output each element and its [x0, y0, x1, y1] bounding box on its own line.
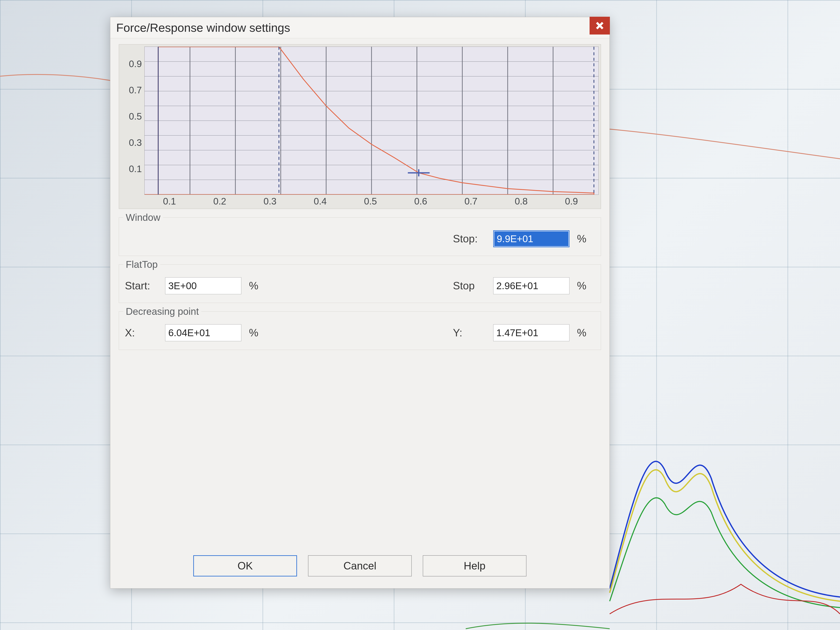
decreasing-group: Decreasing point X: % Y: %	[119, 311, 601, 350]
flattop-start-unit: %	[249, 279, 258, 292]
flattop-stop-label: Stop	[453, 279, 487, 292]
x-tick: 0.6	[396, 196, 446, 207]
decreasing-x-label: X:	[125, 327, 159, 339]
x-tick: 0.1	[144, 196, 194, 207]
window-group-label: Window	[123, 212, 163, 223]
decreasing-x-input[interactable]	[165, 324, 242, 341]
x-tick: 0.7	[446, 196, 496, 207]
window-stop-input[interactable]	[493, 231, 570, 247]
chart-y-axis: 0.9 0.7 0.5 0.3 0.1	[121, 47, 144, 195]
window-stop-unit: %	[577, 233, 586, 245]
chart-x-axis: 0.1 0.2 0.3 0.4 0.5 0.6 0.7 0.8 0.9	[121, 196, 598, 207]
decreasing-y-input[interactable]	[493, 324, 570, 341]
dialog-button-row: OK Cancel Help	[110, 555, 609, 576]
x-tick: 0.8	[496, 196, 546, 207]
decreasing-y-unit: %	[577, 327, 586, 339]
y-tick: 0.9	[121, 58, 142, 69]
chart-plot-area[interactable]	[144, 47, 598, 195]
titlebar[interactable]: Force/Response window settings	[110, 17, 609, 38]
window-stop-label: Stop:	[453, 233, 487, 245]
force-response-settings-dialog: Force/Response window settings 0.9 0.7 0…	[110, 17, 609, 589]
flattop-group-label: FlatTop	[123, 259, 160, 270]
decreasing-y-label: Y:	[453, 327, 487, 339]
y-tick: 0.7	[121, 85, 142, 95]
cancel-button[interactable]: Cancel	[308, 555, 412, 576]
close-icon	[595, 21, 604, 30]
flattop-start-label: Start:	[125, 279, 159, 292]
help-button[interactable]: Help	[423, 555, 526, 576]
y-tick: 0.5	[121, 111, 142, 122]
x-tick: 0.2	[194, 196, 245, 207]
decreasing-x-unit: %	[249, 327, 258, 339]
dialog-title: Force/Response window settings	[116, 21, 290, 35]
x-tick: 0.5	[345, 196, 395, 207]
preview-chart: 0.9 0.7 0.5 0.3 0.1 0.1 0.2 0.3 0.4 0.5 …	[119, 44, 601, 209]
x-tick: 0.9	[546, 196, 597, 207]
ok-button[interactable]: OK	[193, 555, 297, 576]
flattop-stop-unit: %	[577, 279, 586, 292]
window-group: Window Stop: %	[119, 218, 601, 256]
decreasing-group-label: Decreasing point	[123, 306, 201, 317]
y-tick: 0.3	[121, 137, 142, 148]
x-tick: 0.3	[245, 196, 295, 207]
flattop-stop-input[interactable]	[493, 277, 570, 294]
close-button[interactable]	[590, 17, 610, 35]
flattop-start-input[interactable]	[165, 277, 242, 294]
flattop-group: FlatTop Start: % Stop %	[119, 264, 601, 303]
x-tick: 0.4	[295, 196, 345, 207]
y-tick: 0.1	[121, 164, 142, 174]
